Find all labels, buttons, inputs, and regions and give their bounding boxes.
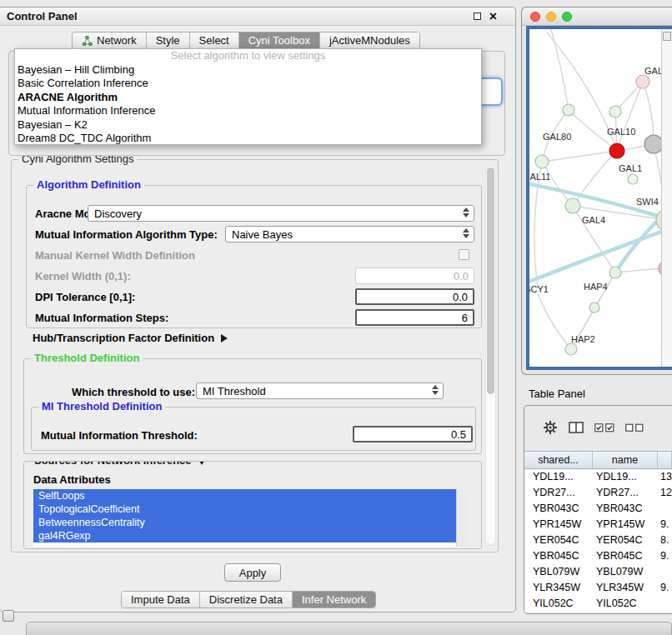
table-row[interactable]: YBR043CYBR043C <box>524 501 672 517</box>
mi-threshold-input[interactable] <box>353 426 473 442</box>
network-window-titlebar <box>522 8 672 26</box>
table-cell: YLR345W <box>593 580 658 596</box>
data-attribute-item[interactable]: gal4RGexp <box>33 529 456 542</box>
table-cell: YDL19... <box>524 469 593 485</box>
combo-stepper-icon <box>463 228 469 238</box>
apply-button[interactable]: Apply <box>224 563 281 582</box>
table-panel-title: Table Panel <box>529 388 585 400</box>
network-node[interactable] <box>589 302 599 312</box>
minimize-button[interactable] <box>546 12 556 22</box>
algorithm-dropdown-menu: Select algorithm to view settings Bayesi… <box>14 48 482 145</box>
table-row[interactable]: YBL079WYBL079W <box>524 564 672 580</box>
node-label: GAL <box>644 66 663 76</box>
node-label: GAL4 <box>582 215 605 225</box>
select-columns-icon[interactable] <box>569 422 584 433</box>
network-node[interactable] <box>609 143 624 158</box>
attributes-list-scrollbar[interactable] <box>456 489 466 547</box>
dropdown-item[interactable]: Basic Correlation Inference <box>15 77 481 91</box>
mi-algorithm-type-select[interactable]: Naive Bayes <box>225 226 474 242</box>
table-row[interactable]: YPR145WYPR145W9. <box>524 517 672 532</box>
table-body: YDL19...YDL19...13YDR27...YDR27...12YBR0… <box>524 469 672 612</box>
table-row[interactable]: YDR27...YDR27...12 <box>524 485 672 501</box>
dropdown-item[interactable]: Bayesian – Hill Climbing <box>15 63 481 78</box>
hub-definition-label: Hub/Transcription Factor Definition <box>33 332 214 345</box>
dpi-tolerance-label: DPI Tolerance [0,1]: <box>35 291 135 304</box>
network-edge <box>538 292 571 349</box>
network-edge <box>542 151 617 162</box>
network-edge <box>542 162 573 206</box>
column-header-extra[interactable] <box>658 452 672 468</box>
sources-group: Sources for Network Inference Data Attri… <box>23 461 482 549</box>
table-row[interactable]: YBR045CYBR045C9. <box>524 548 672 564</box>
tab-discretize-data[interactable]: Discretize Data <box>200 592 293 608</box>
table-cell: 13 <box>658 469 672 485</box>
mi-steps-input[interactable] <box>355 309 474 326</box>
tab-style[interactable]: Style <box>147 32 190 48</box>
table-cell <box>658 501 672 517</box>
dropdown-item[interactable]: Mutual Information Inference <box>15 104 481 118</box>
network-node[interactable] <box>609 106 621 118</box>
settings-scrollbar[interactable] <box>485 165 496 545</box>
threshold-definition-group: Threshold Definition Which threshold to … <box>23 358 482 454</box>
table-cell: 12 <box>658 485 672 501</box>
minimized-panel-icon[interactable] <box>3 610 14 622</box>
tab-impute-data[interactable]: Impute Data <box>122 592 200 608</box>
table-row[interactable]: YER054CYER054C8. <box>524 532 672 548</box>
table-settings-gear-icon[interactable] <box>543 420 558 435</box>
node-label: SWI4 <box>636 197 659 207</box>
column-header-shared-name[interactable]: shared... <box>524 452 593 468</box>
node-label: GAL80 <box>543 132 571 142</box>
network-edge <box>617 82 643 151</box>
network-node[interactable] <box>565 198 580 213</box>
which-threshold-value: MI Threshold <box>203 385 266 398</box>
dropdown-item[interactable]: Bayesian – K2 <box>15 118 481 132</box>
tab-select[interactable]: Select <box>190 32 239 48</box>
table-cell: 8. <box>658 532 672 548</box>
settings-scrollbar-thumb[interactable] <box>487 168 494 394</box>
network-node[interactable] <box>563 104 574 116</box>
aracne-mode-select[interactable]: Discovery <box>88 205 474 222</box>
data-attribute-item[interactable]: TopologicalCoefficient <box>33 502 456 516</box>
deselect-all-rows-icon[interactable] <box>625 422 644 432</box>
select-all-rows-icon[interactable] <box>594 422 614 432</box>
tab-infer-network[interactable]: Infer Network <box>293 592 375 608</box>
network-node[interactable] <box>636 75 649 88</box>
mi-threshold-label: Mutual Information Threshold: <box>41 429 198 442</box>
which-threshold-select[interactable]: MI Threshold <box>196 382 444 399</box>
sources-expander[interactable]: Sources for Network Inference <box>31 461 209 467</box>
float-window-button[interactable] <box>474 12 481 20</box>
tab-cyni-toolbox[interactable]: Cyni Toolbox <box>239 32 320 48</box>
manual-kernel-width-checkbox[interactable] <box>459 249 469 260</box>
data-attribute-item[interactable]: SelfLoops <box>33 489 456 502</box>
kernel-width-input <box>355 268 474 284</box>
table-cell: 9. <box>658 580 672 596</box>
table-cell: YBL079W <box>593 564 658 580</box>
sources-label: Sources for Network Inference <box>34 461 192 467</box>
table-panel-window: shared... name YDL19...YDL19...13YDR27..… <box>524 405 672 614</box>
tab-jactivemnodules[interactable]: jActiveMNodules <box>320 32 419 48</box>
canvas-scrollbar-thumb[interactable] <box>663 32 671 41</box>
dropdown-placeholder: Select algorithm to view settings <box>15 49 481 63</box>
network-node[interactable] <box>609 267 621 278</box>
network-node[interactable] <box>535 155 549 168</box>
zoom-button[interactable] <box>562 12 572 22</box>
column-header-name[interactable]: name <box>593 452 658 468</box>
dpi-tolerance-input[interactable] <box>355 288 474 305</box>
node-label: GCY1 <box>529 284 549 294</box>
table-row[interactable]: YLR345WYLR345W9. <box>524 580 672 596</box>
table-row[interactable]: YDL19...YDL19...13 <box>524 469 672 485</box>
network-node[interactable] <box>565 343 577 355</box>
node-label: HAP2 <box>571 334 595 344</box>
dropdown-item-selected[interactable]: ARACNE Algorithm <box>15 91 481 105</box>
network-node[interactable] <box>644 135 663 153</box>
dropdown-item[interactable]: Dream8 DC_TDC Algorithm <box>15 132 481 146</box>
hub-definition-expander[interactable]: Hub/Transcription Factor Definition <box>33 331 228 346</box>
close-button[interactable] <box>530 12 540 22</box>
network-canvas[interactable]: GALGAL80GAL10GAL11GAL1SWI4GAL4GCY1HAP4YH… <box>526 26 672 370</box>
canvas-scrollbar[interactable] <box>661 29 672 367</box>
data-attribute-item[interactable]: BetweennessCentrality <box>33 516 456 529</box>
tab-network[interactable]: Network <box>73 32 147 48</box>
network-node[interactable] <box>628 174 638 184</box>
close-window-button[interactable]: × <box>489 10 497 23</box>
table-row[interactable]: YIL052CYIL052C <box>524 596 672 612</box>
